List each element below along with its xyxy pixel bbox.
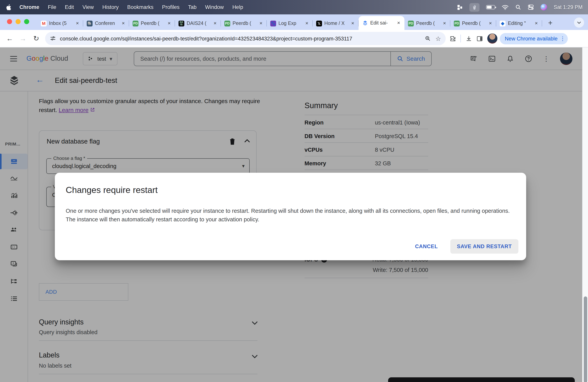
menu-profiles[interactable]: Profiles — [162, 4, 179, 10]
reload-button[interactable]: ↻ — [30, 33, 42, 44]
chrome-tab-strip: M Inbox (5 × 🐘 Conferen × PD Peerdb ( × … — [0, 14, 588, 30]
forward-button[interactable]: → — [17, 33, 29, 44]
zoom-page-icon[interactable] — [424, 35, 431, 42]
bookmark-star-icon[interactable]: ☆ — [435, 35, 441, 42]
menu-bookmarks[interactable]: Bookmarks — [127, 4, 153, 10]
tab-edit-sai-peerdb-test-active[interactable]: Edit sai- × — [358, 16, 404, 30]
menu-view[interactable]: View — [83, 4, 94, 10]
dialog-body-text: One or more changes you've selected will… — [66, 207, 516, 224]
tab-label: Peerdb ( — [416, 21, 439, 26]
gmail-favicon: M — [41, 21, 47, 26]
dais-favicon: DAIS — [178, 21, 184, 26]
tab-close-icon[interactable]: × — [487, 20, 494, 26]
app-badge-icon[interactable] — [469, 3, 479, 11]
minimize-window-button[interactable] — [16, 19, 21, 24]
new-tab-button[interactable]: + — [545, 17, 556, 29]
dialog-cancel-button[interactable]: CANCEL — [413, 240, 440, 253]
tab-close-icon[interactable]: × — [74, 20, 81, 26]
menu-history[interactable]: History — [102, 4, 119, 10]
extensions-icon[interactable] — [447, 33, 458, 44]
chrome-update-label: New Chrome available — [505, 36, 558, 42]
window-tiling-icon[interactable] — [456, 4, 462, 10]
browser-menu-icon[interactable]: ⋮ — [560, 35, 566, 42]
tab-search-chevron-button[interactable] — [574, 18, 584, 28]
peerdb-favicon: PD — [133, 21, 138, 26]
peerdb-favicon: PD — [224, 21, 230, 26]
tab-log-explorer[interactable]: 🐾 Log Exp × — [267, 17, 313, 30]
peerdb-favicon: PD — [454, 21, 460, 26]
peerdb-favicon: PD — [408, 21, 414, 26]
screen: Chrome File Edit View History Bookmarks … — [0, 0, 588, 382]
close-window-button[interactable] — [7, 19, 12, 24]
tab-close-icon[interactable]: × — [212, 20, 218, 26]
tab-label: Editing " — [508, 21, 531, 26]
tab-label: Home / X — [324, 21, 347, 26]
siri-icon[interactable] — [540, 4, 547, 11]
tab-close-icon[interactable]: × — [441, 20, 448, 26]
menu-edit[interactable]: Edit — [65, 4, 74, 10]
tab-label: Log Exp — [278, 21, 301, 26]
tab-peerdb-2[interactable]: PD Peerdb ( × — [221, 17, 267, 30]
menu-bar-clock[interactable]: Sat 1:29 PM — [554, 4, 583, 10]
tab-label: DAIS24 ( — [187, 21, 210, 26]
tab-conference[interactable]: 🐘 Conferen × — [83, 17, 129, 30]
tab-close-icon[interactable]: × — [258, 20, 264, 26]
tab-peerdb-1[interactable]: PD Peerdb ( × — [129, 17, 175, 30]
menu-tab[interactable]: Tab — [188, 4, 197, 10]
tab-dais24[interactable]: DAIS DAIS24 ( × — [175, 17, 221, 30]
tab-close-icon[interactable]: × — [304, 20, 310, 26]
tab-close-icon[interactable]: × — [166, 20, 172, 26]
downloads-icon[interactable] — [463, 33, 474, 44]
back-button[interactable]: ← — [4, 33, 16, 44]
menu-help[interactable]: Help — [232, 4, 243, 10]
tab-close-icon[interactable]: × — [533, 20, 539, 26]
tab-close-icon[interactable]: × — [350, 20, 356, 26]
side-panel-icon[interactable] — [474, 33, 485, 44]
macos-menu-bar: Chrome File Edit View History Bookmarks … — [0, 0, 588, 14]
chrome-toolbar: ← → ↻ console.cloud.google.com/sql/insta… — [0, 30, 588, 47]
battery-icon — [486, 5, 495, 9]
menu-window[interactable]: Window — [205, 4, 224, 10]
wifi-icon[interactable] — [502, 4, 508, 10]
browser-profile-avatar[interactable] — [487, 33, 497, 43]
chrome-update-button[interactable]: New Chrome available ⋮ — [500, 33, 568, 44]
page-scrollbar[interactable] — [582, 47, 588, 382]
tab-label: Inbox (5 — [49, 21, 72, 26]
url-text[interactable]: console.cloud.google.com/sql/instances/s… — [60, 36, 424, 42]
doc-favicon: ◆ — [500, 21, 505, 26]
tab-peerdb-4[interactable]: PD Peerdb ( × — [450, 17, 496, 30]
dialog-save-and-restart-button[interactable]: SAVE AND RESTART — [450, 239, 518, 254]
cloud-sql-favicon — [362, 20, 368, 26]
tab-peerdb-3[interactable]: PD Peerdb ( × — [404, 17, 450, 30]
datadog-favicon: 🐾 — [270, 21, 276, 26]
tab-x-home[interactable]: 𝕏 Home / X × — [313, 17, 358, 30]
scrollbar-thumb[interactable] — [584, 297, 587, 382]
tab-close-icon[interactable]: × — [396, 20, 402, 26]
tab-label: Peerdb ( — [462, 21, 485, 26]
gcp-console: Google Cloud test ▾ Search (/) for resou… — [0, 47, 588, 382]
changes-require-restart-dialog: Changes require restart One or more chan… — [55, 173, 526, 260]
tab-label: Edit sai- — [370, 20, 393, 26]
tab-label: Conferen — [95, 21, 118, 26]
postgresql-favicon: 🐘 — [87, 21, 93, 26]
x-favicon: 𝕏 — [316, 21, 322, 26]
dialog-title: Changes require restart — [66, 185, 158, 195]
tab-label: Peerdb ( — [141, 21, 164, 26]
menu-chrome[interactable]: Chrome — [20, 4, 39, 10]
site-settings-icon[interactable] — [50, 35, 56, 42]
tab-label: Peerdb ( — [232, 21, 255, 26]
spotlight-icon[interactable] — [515, 4, 521, 10]
menu-file[interactable]: File — [48, 4, 56, 10]
zoom-window-button[interactable] — [24, 19, 29, 24]
tab-inbox[interactable]: M Inbox (5 × — [37, 17, 83, 30]
control-center-icon[interactable] — [527, 4, 534, 10]
tab-editing-doc[interactable]: ◆ Editing " × — [496, 17, 542, 30]
apple-icon[interactable] — [5, 3, 12, 11]
address-bar[interactable]: console.cloud.google.com/sql/instances/s… — [45, 32, 446, 45]
tab-close-icon[interactable]: × — [120, 20, 126, 26]
